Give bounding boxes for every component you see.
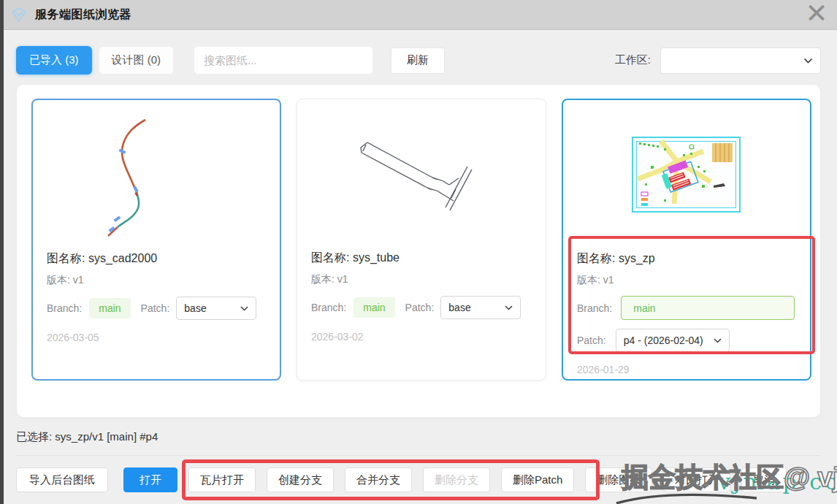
drawing-name: 图名称: sys_tube (311, 251, 532, 266)
create-branch-button[interactable]: 创建分支 (267, 467, 334, 492)
drawing-thumbnail-sys_zp (563, 100, 810, 250)
patch-value: base (448, 302, 470, 313)
chevron-down-icon (714, 338, 722, 343)
delete-patch-button[interactable]: 删除Patch (501, 467, 574, 492)
drawing-card-sys_tube[interactable]: 图名称: sys_tube 版本: v1 Branch: main Patch:… (297, 99, 546, 381)
patch-row: Patch: p4 - (2026-02-04) (577, 329, 796, 352)
branch-badge: main (89, 298, 130, 318)
tab-imported[interactable]: 已导入 (3) (16, 46, 92, 75)
titlebar: 服务端图纸浏览器 ✕ (0, 0, 837, 30)
tab-design[interactable]: 设计图 (0) (99, 46, 175, 75)
patch-label: Patch: (141, 302, 170, 314)
drawing-info: 图名称: sys_cad2000 版本: v1 Branch: main Pat… (33, 250, 280, 343)
drawing-date: 2026-03-05 (47, 332, 266, 343)
drawing-browser-window: 服务端图纸浏览器 ✕ 已导入 (3) 设计图 (0) 刷新 工作区: (0, 0, 837, 504)
refresh-button[interactable]: 刷新 (391, 47, 445, 74)
drawing-name: 图名称: sys_zp (577, 251, 796, 267)
branch-label: Branch: (577, 302, 612, 314)
branch-badge: main (353, 297, 394, 318)
chevron-down-icon (505, 305, 513, 310)
window-title: 服务端图纸浏览器 (35, 7, 131, 23)
drawing-name: 图名称: sys_cad2000 (47, 251, 266, 267)
branch-select[interactable]: main (621, 296, 795, 320)
drawing-version: 版本: v1 (577, 274, 796, 287)
patch-value: base (184, 302, 206, 314)
workspace-label: 工作区: (615, 53, 651, 67)
drawing-date: 2026-03-02 (311, 331, 532, 343)
import-backend-drawing-button[interactable]: 导入后台图纸 (16, 467, 108, 492)
drawing-info: 图名称: sys_tube 版本: v1 Branch: main Patch:… (297, 249, 546, 343)
vjmap-shield-icon (10, 6, 28, 23)
branch-patch-row: Branch: main Patch: base (311, 296, 532, 319)
patch-value: p4 - (2026-02-04) (624, 335, 703, 346)
close-icon[interactable]: ✕ (800, 0, 833, 29)
patch-select[interactable]: base (440, 296, 521, 319)
drawing-info: 图名称: sys_zp 版本: v1 Branch: main Patch: p… (563, 250, 810, 375)
chevron-down-icon (803, 58, 813, 64)
branch-row: Branch: main (577, 296, 796, 320)
window-left-edge (0, 0, 4, 504)
workspace-select[interactable] (660, 47, 821, 74)
drawing-version: 版本: v1 (47, 274, 266, 287)
patch-label: Patch: (405, 302, 435, 313)
watermark-community: 掘金技术社区@ vjmap (622, 459, 837, 496)
delete-branch-button: 删除分支 (423, 467, 490, 492)
chevron-down-icon (240, 306, 248, 311)
tile-open-button[interactable]: 瓦片打开 (188, 467, 256, 492)
drawing-card-sys_zp[interactable]: 图名称: sys_zp 版本: v1 Branch: main Patch: p… (562, 99, 811, 381)
open-button[interactable]: 打开 (123, 467, 177, 492)
merge-branch-button[interactable]: 合并分支 (345, 467, 412, 492)
drawing-card-sys_cad2000[interactable]: 图名称: sys_cad2000 版本: v1 Branch: main Pat… (31, 99, 281, 381)
patch-select[interactable]: p4 - (2026-02-04) (616, 329, 730, 352)
workspace-group: 工作区: (615, 47, 821, 74)
branch-label: Branch: (311, 302, 346, 313)
footer-divider (16, 455, 821, 456)
drawing-thumbnail-sys_tube (297, 99, 546, 249)
drawing-thumbnail-sys_cad2000 (33, 100, 280, 250)
patch-select[interactable]: base (176, 297, 256, 320)
branch-patch-row: Branch: main Patch: base (47, 297, 266, 320)
branch-value: main (633, 302, 655, 314)
drawing-date: 2026-01-29 (577, 364, 796, 375)
branch-label: Branch: (47, 302, 82, 314)
search-input[interactable] (194, 46, 373, 75)
drawing-list-panel: 图名称: sys_cad2000 版本: v1 Branch: main Pat… (16, 84, 821, 418)
drawing-version: 版本: v1 (311, 273, 532, 286)
selection-status: 已选择: sys_zp/v1 [main] #p4 (16, 430, 821, 444)
toolbar: 已导入 (3) 设计图 (0) 刷新 工作区: (16, 46, 821, 75)
patch-label: Patch: (577, 335, 606, 346)
